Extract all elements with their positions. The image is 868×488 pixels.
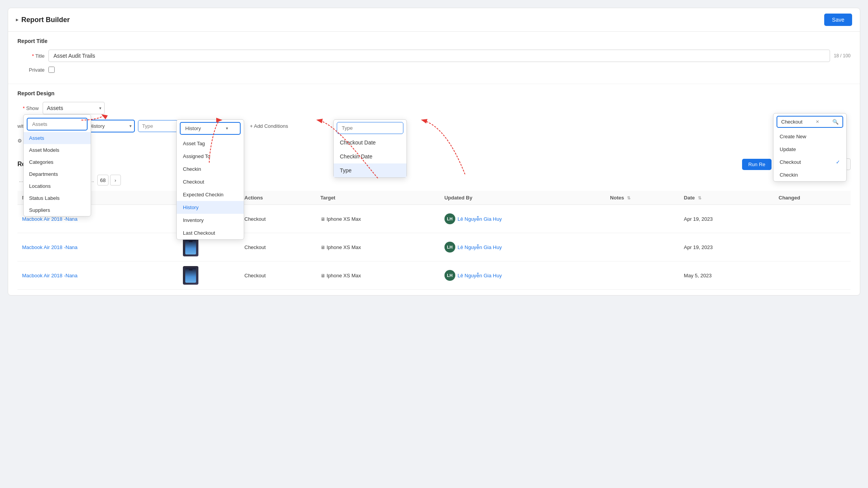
add-conditions-button[interactable]: + Add Conditions: [247, 121, 291, 131]
with-row: with: ▾ History ▾ Type: [17, 120, 851, 132]
checkout-dropdown: Checkout ✕ 🔍 Create New Update Checkout …: [773, 113, 847, 182]
checkout-option-checkin[interactable]: Checkin: [773, 168, 846, 181]
history-option-assigned-to[interactable]: Assigned To: [177, 150, 244, 163]
row-name: Macbook Air 2018 -Nana: [17, 233, 178, 261]
row-image: [178, 261, 240, 290]
type-dropdown-search[interactable]: [337, 122, 403, 134]
row-target: 🖥Iphone XS Max: [316, 261, 440, 290]
history-option-expected-checkin[interactable]: Expected Checkin: [177, 188, 244, 201]
asset-name-link[interactable]: Macbook Air 2018 -Nana: [22, 244, 78, 250]
row-notes: [605, 261, 679, 290]
select-fields-link[interactable]: ⚙ Select Fields To Display: [17, 138, 851, 144]
assets-option-categories[interactable]: Categories: [24, 156, 91, 168]
history-dropdown-header[interactable]: History ▾: [180, 122, 241, 135]
results-section: Report Results Run Re ⬇ ... 6 7 8 9 10 .…: [8, 153, 860, 295]
assets-dropdown-search[interactable]: [27, 118, 88, 131]
row-action: Checkout: [240, 205, 316, 233]
private-checkbox[interactable]: [48, 67, 55, 73]
row-notes: [605, 233, 679, 261]
history-option-history[interactable]: History: [177, 201, 244, 214]
report-title-label: Report Title: [17, 38, 851, 44]
asset-thumbnail: [183, 238, 198, 256]
row-target: 🖥Iphone XS Max: [316, 233, 440, 261]
show-select-wrapper: Assets: [43, 102, 105, 114]
assets-dropdown: Assets Asset Models Categories Departmen…: [23, 114, 91, 217]
row-name: Macbook Air 2018 -Nana: [17, 261, 178, 290]
private-label: Private: [17, 67, 45, 73]
collapse-icon[interactable]: ▸: [16, 17, 18, 22]
assets-option-asset-models[interactable]: Asset Models: [24, 144, 91, 156]
title-input[interactable]: [48, 50, 830, 62]
type-option-type[interactable]: Type: [334, 163, 406, 177]
card-title: ▸ Report Builder: [16, 16, 70, 24]
type-option-checkin-date[interactable]: Checkin Date: [334, 149, 406, 163]
row-changed: [774, 233, 851, 261]
asset-thumbnail: [183, 266, 198, 285]
report-builder-card: ▸ Report Builder Save Report Title Title…: [8, 8, 860, 296]
checkout-search-icon[interactable]: 🔍: [832, 119, 839, 125]
col-actions: Actions: [240, 191, 316, 205]
char-count: 18 / 100: [834, 53, 851, 58]
history-dropdown: History ▾ Asset Tag Assigned To Checkin …: [176, 119, 244, 240]
type-option-checkout-date[interactable]: Checkout Date: [334, 136, 406, 149]
history-option-checkin[interactable]: Checkin: [177, 163, 244, 175]
col-updated-by: Updated By: [440, 191, 606, 205]
title-row: Title 18 / 100: [17, 50, 851, 62]
type-search-wrapper: [334, 120, 406, 136]
asset-name-link[interactable]: Macbook Air 2018 -Nana: [22, 273, 78, 278]
settings-icon: ⚙: [17, 138, 22, 144]
col-notes: Notes ⇅: [605, 191, 679, 205]
target-icon: 🖥: [320, 245, 325, 250]
row-date: Apr 19, 2023: [679, 233, 774, 261]
assets-option-suppliers[interactable]: Suppliers: [24, 204, 91, 216]
table-row: Macbook Air 2018 -Nana Checkout 🖥Iphone …: [17, 205, 851, 233]
page-title: Report Builder: [21, 16, 70, 24]
target-icon: 🖥: [320, 273, 325, 278]
page-btn-68[interactable]: 68: [97, 175, 108, 186]
row-updated-by: LH Lê Nguyễn Gia Huy: [440, 261, 606, 290]
assets-option-departments[interactable]: Departments: [24, 168, 91, 180]
private-row: Private: [17, 67, 851, 73]
row-date: May 5, 2023: [679, 261, 774, 290]
assets-search-wrapper: [24, 115, 91, 132]
history-option-checkout[interactable]: Checkout: [177, 175, 244, 188]
row-updated-by: LH Lê Nguyễn Gia Huy: [440, 205, 606, 233]
row-notes: [605, 205, 679, 233]
history-option-asset-tag[interactable]: Asset Tag: [177, 137, 244, 150]
row-changed: [774, 261, 851, 290]
user-link[interactable]: Lê Nguyễn Gia Huy: [458, 273, 502, 278]
results-header: Report Results Run Re ⬇: [17, 158, 851, 170]
row-target: 🖥Iphone XS Max: [316, 205, 440, 233]
avatar: LH: [444, 242, 455, 253]
avatar: LH: [444, 270, 455, 281]
history-select[interactable]: History: [84, 120, 135, 132]
checkout-dropdown-header[interactable]: Checkout ✕ 🔍: [777, 116, 843, 128]
checkout-option-create-new[interactable]: Create New: [773, 130, 846, 143]
checkout-option-checkout[interactable]: Checkout ✓: [773, 156, 846, 168]
table-header-row: Name ⇅ Image Actions Target Updated By N…: [17, 191, 851, 205]
show-select[interactable]: Assets: [43, 102, 105, 114]
table-row: Macbook Air 2018 -Nana Checkout 🖥Iphone …: [17, 261, 851, 290]
row-updated-by: LH Lê Nguyễn Gia Huy: [440, 233, 606, 261]
assets-option-status-labels[interactable]: Status Labels: [24, 192, 91, 204]
user-link[interactable]: Lê Nguyễn Gia Huy: [458, 216, 502, 222]
history-option-last-checkout[interactable]: Last Checkout: [177, 227, 244, 239]
report-title-section: Report Title Title 18 / 100 Private: [8, 32, 860, 84]
assets-option-locations[interactable]: Locations: [24, 180, 91, 192]
pagination: ... 6 7 8 9 10 ... 68 ›: [17, 175, 851, 186]
save-button[interactable]: Save: [824, 14, 852, 26]
col-date: Date ⇅: [679, 191, 774, 205]
show-row: Show Assets: [17, 102, 851, 114]
pagination-next[interactable]: ›: [110, 175, 121, 186]
title-field-label: Title: [17, 53, 45, 59]
run-report-button[interactable]: Run Re: [742, 159, 772, 170]
report-design-label: Report Design: [17, 90, 851, 96]
assets-option-assets[interactable]: Assets: [24, 132, 91, 144]
history-option-inventory[interactable]: Inventory: [177, 214, 244, 227]
asset-name-link[interactable]: Macbook Air 2018 -Nana: [22, 216, 78, 222]
table-row: Macbook Air 2018 -Nana Checkout 🖥Iphone …: [17, 233, 851, 261]
row-date: Apr 19, 2023: [679, 205, 774, 233]
type-dropdown: Checkout Date Checkin Date Type: [333, 119, 407, 178]
user-link[interactable]: Lê Nguyễn Gia Huy: [458, 244, 502, 250]
checkout-option-update[interactable]: Update: [773, 143, 846, 156]
